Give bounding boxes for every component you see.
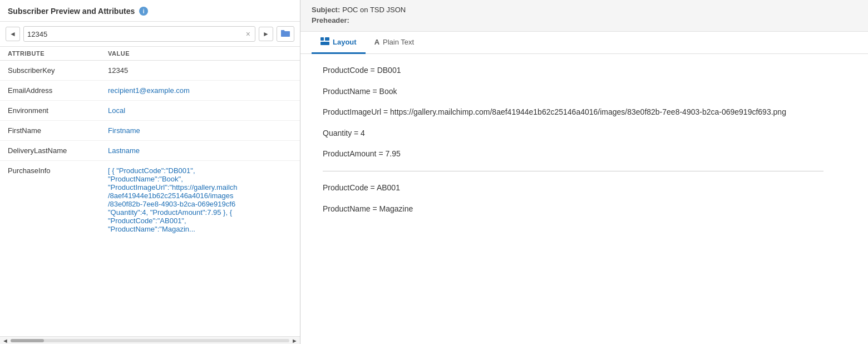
info-icon[interactable]: i	[139, 7, 148, 16]
svg-rect-0	[320, 37, 324, 41]
table-row: DeliveryLastName Lastname	[0, 141, 300, 161]
next-button[interactable]: ►	[259, 27, 273, 41]
search-bar: ◄ × ►	[0, 22, 300, 47]
attribute-name: SubscriberKey	[8, 66, 108, 75]
attribute-name: FirstName	[8, 126, 108, 135]
svg-rect-1	[325, 37, 329, 41]
attribute-value: 12345	[108, 66, 292, 75]
scrollbar-thumb[interactable]	[11, 339, 44, 342]
next-arrow-icon: ►	[263, 30, 269, 38]
attribute-col-header: ATTRIBUTE	[8, 50, 108, 57]
preview-line: ProductName = Book	[323, 86, 823, 97]
clear-button[interactable]: ×	[245, 30, 251, 38]
attributes-list: SubscriberKey 12345 EmailAddress recipie…	[0, 61, 300, 336]
table-row: FirstName Firstname	[0, 121, 300, 141]
tab-layout-label: Layout	[333, 38, 357, 46]
preheader-row: Preheader:	[312, 16, 857, 24]
left-panel: Subscriber Preview and Attributes i ◄ × …	[0, 0, 300, 344]
tab-layout[interactable]: Layout	[312, 32, 366, 54]
horizontal-scrollbar[interactable]: ◄ ►	[0, 336, 300, 344]
attribute-value: Firstname	[108, 126, 292, 135]
table-row: PurchaseInfo [ { "ProductCode":"DB001","…	[0, 161, 300, 239]
folder-icon	[280, 29, 290, 40]
email-header: Subject: POC on TSD JSON Preheader:	[300, 0, 868, 32]
attribute-value: [ { "ProductCode":"DB001","ProductName":…	[108, 166, 292, 233]
left-header: Subscriber Preview and Attributes i	[0, 0, 300, 22]
table-header: ATTRIBUTE VALUE	[0, 47, 300, 61]
attribute-value: recipient1@example.com	[108, 86, 292, 95]
preview-line: ProductAmount = 7.95	[323, 149, 823, 160]
attribute-name: PurchaseInfo	[8, 166, 108, 175]
attribute-name: Environment	[8, 106, 108, 115]
preview-line: ProductName = Magazine	[323, 204, 823, 215]
attribute-value: Local	[108, 106, 292, 115]
preheader-label: Preheader:	[312, 16, 349, 24]
preview-line: ProductCode = AB001	[323, 183, 823, 194]
scroll-right-button[interactable]: ►	[292, 337, 298, 344]
attribute-name: DeliveryLastName	[8, 146, 108, 155]
attribute-value: Lastname	[108, 146, 292, 155]
preview-divider	[323, 171, 823, 171]
search-input-wrap: ×	[23, 26, 255, 42]
table-row: EmailAddress recipient1@example.com	[0, 81, 300, 101]
plaintext-icon: A	[374, 38, 379, 46]
preview-line: Quantity = 4	[323, 128, 823, 139]
scrollbar-track[interactable]	[11, 339, 289, 342]
prev-button[interactable]: ◄	[6, 27, 20, 41]
table-row: Environment Local	[0, 101, 300, 121]
preview-area: ProductCode = DB001 ProductName = Book P…	[300, 54, 868, 344]
right-panel: Subject: POC on TSD JSON Preheader: Layo…	[300, 0, 868, 344]
clear-icon: ×	[246, 30, 250, 38]
folder-button[interactable]	[277, 26, 294, 42]
subject-row: Subject: POC on TSD JSON	[312, 6, 857, 14]
svg-rect-2	[320, 42, 329, 45]
search-input[interactable]	[27, 30, 245, 38]
scroll-left-icon: ◄	[2, 337, 8, 344]
preview-content: ProductCode = DB001 ProductName = Book P…	[323, 65, 823, 214]
scroll-left-button[interactable]: ◄	[2, 337, 8, 344]
preview-line: ProductImageUrl = https://gallery.mailch…	[323, 107, 823, 118]
tab-plaintext[interactable]: A Plain Text	[366, 32, 423, 54]
panel-title: Subscriber Preview and Attributes	[8, 7, 135, 16]
value-col-header: VALUE	[108, 50, 292, 57]
attribute-name: EmailAddress	[8, 86, 108, 95]
tab-plaintext-label: Plain Text	[383, 38, 414, 46]
preview-line: ProductCode = DB001	[323, 65, 823, 76]
subject-value: POC on TSD JSON	[342, 6, 406, 14]
prev-arrow-icon: ◄	[9, 30, 16, 38]
subject-label: Subject:	[312, 6, 340, 14]
scroll-right-icon: ►	[292, 337, 298, 344]
layout-icon	[320, 37, 329, 47]
tabs-bar: Layout A Plain Text	[300, 32, 868, 54]
table-row: SubscriberKey 12345	[0, 61, 300, 81]
